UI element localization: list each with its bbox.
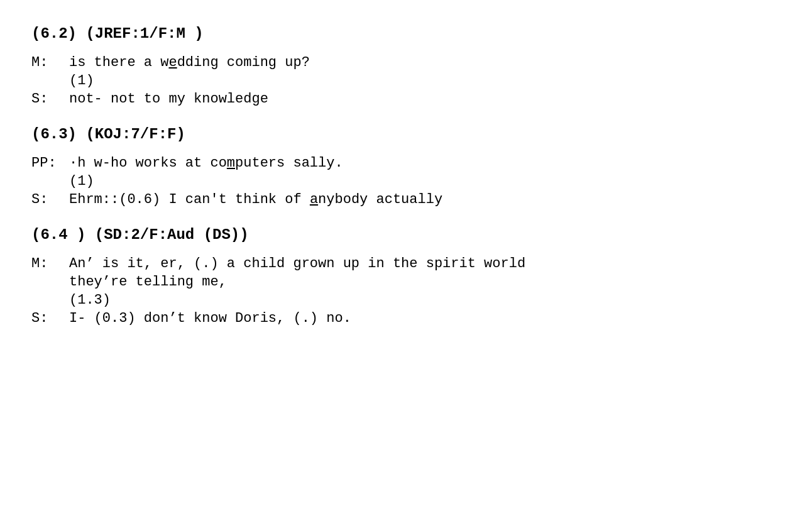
indent-spacer-2-1 <box>31 274 69 290</box>
speaker-2-3: S: <box>31 311 69 326</box>
line-0-0: M:is there a wedding coming up? <box>31 55 781 70</box>
content-0-1: (1) <box>69 73 781 89</box>
line-2-2: (1.3) <box>31 292 781 308</box>
speaker-2-0: M: <box>31 256 69 272</box>
underlined-text: m <box>227 155 235 171</box>
content-2-0: An’ is it, er, (.) a child grown up in t… <box>69 256 781 272</box>
content-2-3: I- (0.3) don’t know Doris, (.) no. <box>69 311 781 326</box>
content-0-0: is there a wedding coming up? <box>69 55 781 70</box>
section-section-6-3: (6.3) (KOJ:7/F:F)PP:·h w-ho works at com… <box>31 126 781 207</box>
speaker-1-0: PP: <box>31 155 69 171</box>
indent-spacer-2-2 <box>31 292 69 308</box>
content-2-2: (1.3) <box>69 292 781 308</box>
indent-spacer-1-1 <box>31 173 69 189</box>
section-header-1: (6.3) (KOJ:7/F:F) <box>31 126 781 143</box>
dialogue-block-0: M:is there a wedding coming up?(1)S:not-… <box>31 55 781 107</box>
dialogue-block-1: PP:·h w-ho works at computers sally.(1)S… <box>31 155 781 207</box>
line-2-3: S:I- (0.3) don’t know Doris, (.) no. <box>31 311 781 326</box>
page-content: (6.2) (JREF:1/F:M )M:is there a wedding … <box>31 25 781 326</box>
section-header-0: (6.2) (JREF:1/F:M ) <box>31 25 781 42</box>
dialogue-block-2: M:An’ is it, er, (.) a child grown up in… <box>31 256 781 326</box>
underlined-text: e <box>168 55 177 70</box>
underlined-text: a <box>310 192 318 207</box>
content-2-1: they’re telling me, <box>69 274 781 290</box>
line-0-1: (1) <box>31 73 781 89</box>
line-1-2: S:Ehrm::(0.6) I can't think of anybody a… <box>31 192 781 207</box>
line-2-0: M:An’ is it, er, (.) a child grown up in… <box>31 256 781 272</box>
section-section-6-2: (6.2) (JREF:1/F:M )M:is there a wedding … <box>31 25 781 107</box>
content-1-1: (1) <box>69 173 781 189</box>
section-header-2: (6.4 ) (SD:2/F:Aud (DS)) <box>31 226 781 243</box>
content-0-2: not- not to my knowledge <box>69 91 781 107</box>
line-2-1: they’re telling me, <box>31 274 781 290</box>
content-1-2: Ehrm::(0.6) I can't think of anybody act… <box>69 192 781 207</box>
speaker-0-0: M: <box>31 55 69 70</box>
section-section-6-4: (6.4 ) (SD:2/F:Aud (DS))M:An’ is it, er,… <box>31 226 781 326</box>
line-1-0: PP:·h w-ho works at computers sally. <box>31 155 781 171</box>
speaker-0-2: S: <box>31 91 69 107</box>
content-1-0: ·h w-ho works at computers sally. <box>69 155 781 171</box>
line-1-1: (1) <box>31 173 781 189</box>
speaker-1-2: S: <box>31 192 69 207</box>
indent-spacer-0-1 <box>31 73 69 89</box>
line-0-2: S:not- not to my knowledge <box>31 91 781 107</box>
